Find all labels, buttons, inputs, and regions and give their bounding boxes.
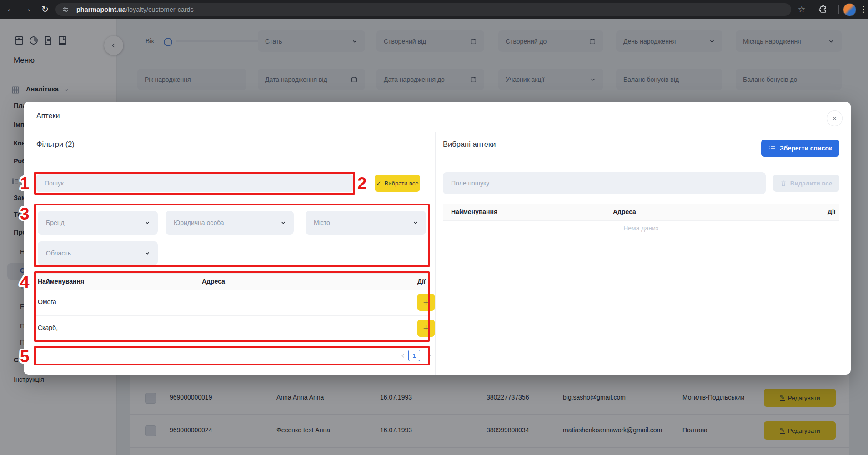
selected-divider xyxy=(443,164,839,164)
url-path: /loyalty/customer-cards xyxy=(126,6,194,13)
kebab-menu-icon[interactable]: ⋮ xyxy=(857,2,868,16)
close-icon: × xyxy=(833,114,837,123)
url-domain: pharmapoint.ua xyxy=(76,6,126,13)
save-list-button[interactable]: Зберегти список xyxy=(761,140,839,157)
column-actions: Дії xyxy=(828,208,836,215)
annotation-number-1: 1 xyxy=(20,175,30,192)
browser-avatar[interactable] xyxy=(843,3,856,16)
filters-heading: Фільтри (2) xyxy=(36,140,75,149)
selected-pharmacies-heading: Вибрані аптеки xyxy=(443,140,496,149)
list-icon xyxy=(768,145,776,152)
back-icon[interactable]: ← xyxy=(4,2,17,16)
url-text: pharmapoint.ua/loyalty/customer-cards xyxy=(76,3,194,16)
extensions-icon[interactable] xyxy=(818,4,828,14)
column-name: Найменування xyxy=(451,208,497,215)
selected-search-input[interactable] xyxy=(443,172,766,194)
modal-title: Аптеки xyxy=(36,112,60,120)
annotation-number-3: 3 xyxy=(20,205,30,222)
selected-search-field xyxy=(443,172,766,194)
trash-icon xyxy=(780,180,787,187)
modal-close-button[interactable]: × xyxy=(827,110,843,126)
delete-all-button[interactable]: Видалити все xyxy=(773,175,839,192)
reload-icon[interactable]: ↻ xyxy=(38,2,52,16)
modal-header-divider xyxy=(24,132,851,132)
select-all-button[interactable]: ✓ Вибрати все xyxy=(375,175,420,192)
chrome-divider xyxy=(838,5,839,14)
annotation-box-4 xyxy=(34,271,430,342)
bookmark-star-icon[interactable]: ☆ xyxy=(795,2,808,16)
site-settings-icon[interactable] xyxy=(62,6,69,13)
filters-divider xyxy=(36,164,429,164)
annotation-number-5: 5 xyxy=(20,348,30,365)
annotation-box-1 xyxy=(34,172,355,195)
forward-icon[interactable]: → xyxy=(20,2,34,16)
screen: ← → ↻ pharmapoint.ua/loyalty/customer-ca… xyxy=(0,0,868,455)
browser-chrome: ← → ↻ pharmapoint.ua/loyalty/customer-ca… xyxy=(0,0,868,19)
selected-table-header: Найменування Адреса Дії xyxy=(443,204,839,221)
delete-all-label: Видалити все xyxy=(790,180,833,187)
check-icon: ✓ xyxy=(376,180,381,187)
annotation-box-3 xyxy=(34,204,430,267)
empty-state-text: Нема даних xyxy=(443,225,839,232)
column-address: Адреса xyxy=(613,208,636,215)
save-list-label: Зберегти список xyxy=(780,145,832,152)
annotation-number-4: 4 xyxy=(20,274,30,290)
modal-panel-divider xyxy=(435,132,436,375)
address-bar[interactable]: pharmapoint.ua/loyalty/customer-cards xyxy=(55,3,791,16)
annotation-number-2: 2 xyxy=(357,175,367,192)
select-all-label: Вибрати все xyxy=(385,180,419,187)
annotation-box-5 xyxy=(34,346,430,365)
